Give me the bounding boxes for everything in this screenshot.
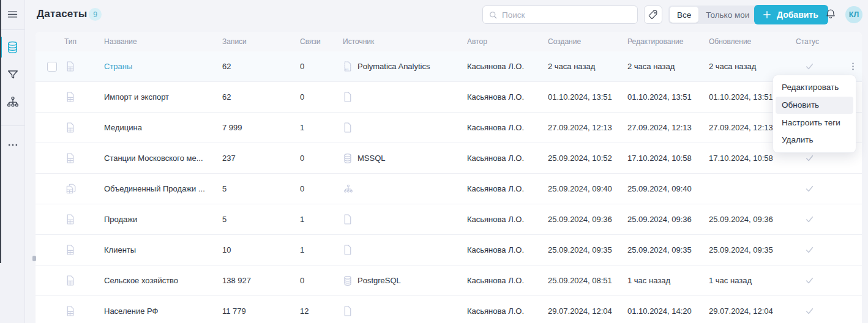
doc-icon: [343, 213, 353, 225]
row-checkbox[interactable]: [47, 62, 57, 72]
dataset-name[interactable]: Объединенный Продажи ...: [104, 184, 205, 193]
tag-icon: [648, 9, 659, 20]
sidebar-divider: [0, 29, 25, 30]
column-header-author: Автор: [467, 37, 548, 46]
status-check-icon: [796, 153, 845, 163]
status-check-icon: [796, 275, 845, 286]
more-icon[interactable]: [0, 134, 25, 156]
dataset-name[interactable]: Станции Московского ме...: [104, 154, 203, 163]
links-value: 1: [300, 215, 343, 224]
created-value: 2 часа назад: [548, 62, 627, 71]
sidebar-item-filters[interactable]: [0, 64, 25, 86]
table-row: Станции Московского ме... 237 0 MSSQL Ка…: [36, 143, 862, 174]
created-value: 25.09.2024, 10:52: [548, 154, 627, 163]
table-row: Продажи 5 1 Касьянова Л.О. 25.09.2024, 0…: [36, 204, 862, 235]
table-row: Клиенты 10 1 Касьянова Л.О. 25.09.2024, …: [36, 235, 862, 265]
records-value: 62: [222, 92, 300, 102]
db-icon: [343, 275, 353, 286]
links-value: 1: [300, 245, 343, 254]
updated-value: 25.09.2024, 09:36: [709, 215, 796, 224]
column-header-updated: Обновление: [709, 37, 796, 46]
page-title: Датасеты: [37, 8, 87, 20]
author-value: Касьянова Л.О.: [467, 62, 548, 71]
doc-table-icon: [64, 244, 104, 256]
table-row: Импорт и экспорт 62 0 Касьянова Л.О. 01.…: [36, 82, 862, 113]
dataset-name[interactable]: Страны: [104, 62, 132, 71]
created-value: 29.07.2024, 12:04: [548, 306, 627, 316]
toggle-all[interactable]: Все: [670, 7, 698, 23]
author-value: Касьянова Л.О.: [467, 123, 548, 132]
links-value: 0: [300, 62, 343, 71]
table-row: Сельское хозяйство 138 927 0 PostgreSQL …: [36, 265, 862, 296]
dataset-name[interactable]: Население РФ: [104, 306, 158, 316]
status-check-icon: [796, 61, 845, 72]
doc-icon: [343, 91, 353, 103]
datasets-table: Тип Название Записи Связи Источник Автор…: [36, 32, 862, 323]
screen-edge-artifact: [0, 0, 1, 263]
scope-toggle: Все Только мои: [668, 6, 758, 24]
table-row: Страны 62 0 APIPolymatica Analytics Кась…: [36, 51, 862, 82]
add-button[interactable]: Добавить: [754, 5, 828, 24]
tags-filter-button[interactable]: [644, 6, 662, 24]
context-menu-item[interactable]: Удалить: [773, 132, 856, 149]
toggle-only-mine[interactable]: Только мои: [698, 7, 757, 23]
created-value: 25.09.2024, 08:51: [548, 276, 627, 285]
topbar: Датасеты 9 Все Только мои Добавить КЛ: [25, 0, 868, 29]
notifications-bell-icon[interactable]: [825, 8, 837, 20]
records-value: 11 779: [222, 306, 300, 316]
user-avatar[interactable]: КЛ: [845, 6, 862, 23]
updated-value: 17.10.2024, 10:58: [709, 154, 796, 163]
doc-icon: [343, 244, 353, 256]
plus-icon: [762, 10, 772, 20]
created-value: 27.09.2024, 12:13: [548, 123, 627, 132]
svg-text:API: API: [345, 68, 348, 71]
dataset-name[interactable]: Импорт и экспорт: [104, 92, 169, 102]
column-header-links: Связи: [300, 37, 343, 46]
table-row: Объединенный Продажи ... 5 0 Касьянова Л…: [36, 174, 862, 204]
edited-value: 17.10.2024, 10:58: [627, 154, 709, 163]
dataset-name[interactable]: Клиенты: [104, 245, 136, 254]
row-menu-kebab-icon[interactable]: [848, 61, 858, 72]
doc-table-icon: [64, 213, 104, 225]
sidebar-item-hierarchy[interactable]: [0, 91, 25, 113]
scrollbar-thumb[interactable]: [32, 256, 36, 261]
column-header-status: Статус: [796, 37, 845, 46]
context-menu-item[interactable]: Обновить: [776, 97, 853, 114]
dataset-count-badge: 9: [89, 8, 102, 21]
search-input[interactable]: [502, 10, 632, 20]
dataset-name[interactable]: Сельское хозяйство: [104, 276, 178, 285]
status-check-icon: [796, 184, 845, 194]
row-context-menu: РедактироватьОбновитьНастроить тегиУдали…: [773, 75, 856, 153]
links-value: 0: [300, 184, 343, 193]
records-value: 237: [222, 154, 300, 163]
created-value: 01.10.2024, 13:51: [548, 92, 627, 102]
hierarchy-icon: [343, 184, 354, 195]
table-row: Медицина 7 999 1 Касьянова Л.О. 27.09.20…: [36, 113, 862, 143]
dataset-name[interactable]: Продажи: [104, 215, 137, 224]
edited-value: 25.09.2024, 09:35: [627, 245, 709, 254]
updated-value: 2 часа назад: [709, 62, 796, 71]
status-check-icon: [796, 245, 845, 255]
menu-icon[interactable]: [0, 3, 25, 25]
column-header-name: Название: [104, 37, 222, 46]
column-header-source: Источник: [343, 37, 467, 46]
db-icon: [343, 153, 353, 164]
context-menu-item[interactable]: Настроить теги: [773, 114, 856, 132]
doc-table-icon: [64, 275, 104, 286]
search-box: [482, 6, 638, 24]
source-name: Polymatica Analytics: [357, 62, 430, 71]
edited-value: 01.10.2024, 14:20: [627, 306, 709, 316]
source-name: PostgreSQL: [357, 276, 401, 285]
created-value: 25.09.2024, 09:36: [548, 215, 627, 224]
doc-table-multi-icon: [64, 183, 104, 195]
context-menu-item[interactable]: Редактировать: [773, 79, 856, 96]
sidebar-item-datasets[interactable]: [0, 36, 25, 58]
edited-value: 25.09.2024, 09:36: [627, 215, 709, 224]
dataset-name[interactable]: Медицина: [104, 123, 142, 132]
table-header-row: Тип Название Записи Связи Источник Автор…: [36, 32, 862, 51]
column-header-type: Тип: [64, 37, 104, 46]
author-value: Касьянова Л.О.: [467, 215, 548, 224]
add-button-label: Добавить: [777, 10, 818, 20]
author-value: Касьянова Л.О.: [467, 154, 548, 163]
sidebar-divider: [0, 125, 25, 126]
